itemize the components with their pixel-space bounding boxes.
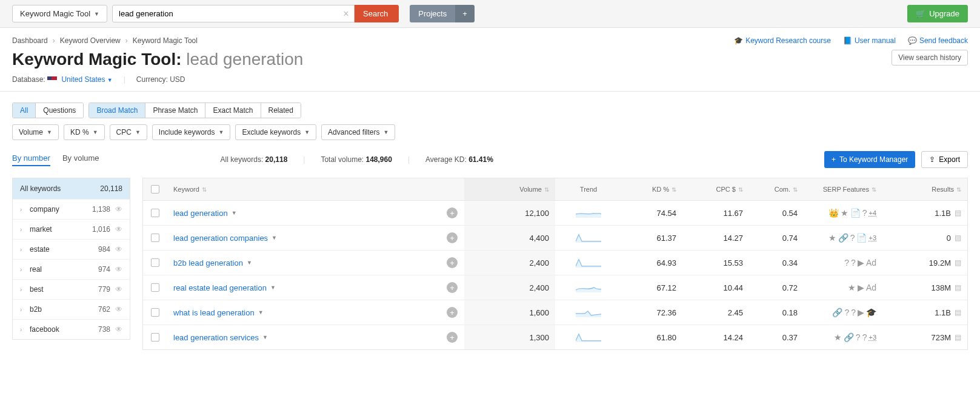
col-kd[interactable]: KD %⇅	[622, 178, 682, 200]
col-results[interactable]: Results⇅	[882, 178, 967, 200]
cpc-filter[interactable]: CPC▼	[110, 124, 147, 140]
col-cpc[interactable]: CPC $⇅	[682, 178, 749, 200]
keyword-research-course-link[interactable]: 🎓Keyword Research course	[734, 36, 831, 45]
sort-by-volume-tab[interactable]: By volume	[62, 153, 99, 166]
eye-icon[interactable]: 👁	[115, 265, 122, 274]
col-volume[interactable]: Volume⇅	[464, 178, 555, 200]
add-keyword-button[interactable]: +	[447, 282, 458, 293]
serp-feature-icon: ★	[828, 233, 836, 243]
keyword-link[interactable]: lead generation services ▼	[173, 333, 268, 342]
keyword-link[interactable]: b2b lead generation ▼	[173, 258, 252, 268]
row-checkbox[interactable]	[151, 333, 159, 342]
breadcrumb-item[interactable]: Keyword Overview	[60, 36, 121, 45]
help-links: 🎓Keyword Research course 📘User manual 💬S…	[734, 36, 968, 45]
export-button[interactable]: ⇪ Export	[921, 151, 968, 168]
to-keyword-manager-button[interactable]: + To Keyword Manager	[824, 151, 915, 168]
sidebar-group-item[interactable]: ›b2b762👁	[13, 299, 130, 319]
sidebar-group-item[interactable]: ›best779👁	[13, 279, 130, 299]
sidebar-group-item[interactable]: ›real974👁	[13, 259, 130, 279]
col-com[interactable]: Com.⇅	[749, 178, 804, 200]
serp-feature-icon: 🎓	[866, 308, 876, 317]
eye-icon[interactable]: 👁	[115, 225, 122, 234]
clear-search-icon[interactable]: ×	[340, 5, 352, 22]
volume-filter[interactable]: Volume▼	[12, 124, 59, 140]
add-keyword-button[interactable]: +	[447, 207, 458, 218]
projects-button[interactable]: Projects	[410, 5, 455, 22]
user-manual-link[interactable]: 📘User manual	[843, 36, 896, 45]
kd-cell: 74.54	[622, 201, 682, 225]
add-project-button[interactable]: +	[455, 5, 475, 22]
exclude-keywords-filter[interactable]: Exclude keywords▼	[235, 124, 316, 140]
eye-icon[interactable]: 👁	[115, 245, 122, 254]
chevron-down-icon: ▼	[258, 309, 264, 315]
search-button[interactable]: Search	[352, 5, 399, 22]
row-checkbox[interactable]	[151, 234, 159, 242]
row-checkbox[interactable]	[151, 283, 159, 292]
trend-sparkline	[576, 308, 601, 317]
tool-selector-dropdown[interactable]: Keyword Magic Tool ▼	[12, 5, 107, 22]
upgrade-button[interactable]: 🛒 Upgrade	[907, 5, 968, 22]
sidebar-group-item[interactable]: ›company1,138👁	[13, 199, 130, 219]
sidebar-all-keywords[interactable]: All keywords 20,118	[13, 178, 130, 199]
tab-phrase-match[interactable]: Phrase Match	[145, 103, 205, 118]
keyword-link[interactable]: lead generation ▼	[173, 209, 237, 218]
serp-snapshot-icon[interactable]: ▤	[955, 209, 961, 217]
add-keyword-button[interactable]: +	[447, 307, 458, 318]
results-cell: 138M▤	[882, 275, 967, 300]
breadcrumb-item[interactable]: Dashboard	[12, 36, 48, 45]
breadcrumb-item[interactable]: Keyword Magic Tool	[133, 36, 198, 45]
tab-questions[interactable]: Questions	[36, 103, 83, 118]
trend-cell	[555, 275, 622, 300]
serp-snapshot-icon[interactable]: ▤	[955, 258, 961, 267]
advanced-filters[interactable]: Advanced filters▼	[321, 124, 395, 140]
serp-more-link[interactable]: +4	[868, 209, 876, 217]
kd-filter[interactable]: KD %▼	[64, 124, 105, 140]
send-feedback-link[interactable]: 💬Send feedback	[908, 36, 968, 45]
group-count: 762	[86, 305, 110, 314]
eye-icon[interactable]: 👁	[115, 285, 122, 294]
add-keyword-button[interactable]: +	[447, 332, 458, 343]
database-value: United States	[61, 75, 105, 84]
eye-icon[interactable]: 👁	[115, 305, 122, 314]
view-search-history-button[interactable]: View search history	[892, 50, 968, 66]
select-all-checkbox[interactable]	[143, 178, 167, 200]
row-checkbox[interactable]	[151, 308, 159, 317]
serp-snapshot-icon[interactable]: ▤	[955, 308, 961, 317]
keyword-link[interactable]: what is lead generation ▼	[173, 308, 264, 317]
us-flag-icon	[47, 76, 57, 83]
tab-exact-match[interactable]: Exact Match	[205, 103, 261, 118]
sidebar-group-item[interactable]: ›facebook738👁	[13, 319, 130, 339]
row-checkbox[interactable]	[151, 258, 159, 267]
serp-snapshot-icon[interactable]: ▤	[955, 333, 961, 342]
chevron-down-icon: ▼	[232, 210, 237, 216]
col-trend: Trend	[555, 178, 622, 200]
eye-icon[interactable]: 👁	[115, 205, 122, 214]
volume-cell: 1,300	[464, 325, 555, 349]
meta-row: Database: United States ▼ | Currency: US…	[0, 74, 980, 91]
database-selector[interactable]: Database: United States ▼	[12, 75, 113, 84]
add-keyword-button[interactable]: +	[447, 232, 458, 243]
chevron-right-icon: ›	[53, 36, 55, 45]
results-cell: 723M▤	[882, 325, 967, 349]
serp-snapshot-icon[interactable]: ▤	[955, 234, 961, 242]
serp-snapshot-icon[interactable]: ▤	[955, 283, 961, 292]
serp-more-link[interactable]: +3	[868, 334, 876, 341]
add-keyword-button[interactable]: +	[447, 257, 458, 268]
keyword-link[interactable]: real estate lead generation ▼	[173, 283, 276, 292]
sidebar-group-item[interactable]: ›market1,016👁	[13, 219, 130, 239]
sort-by-number-tab[interactable]: By number	[12, 153, 50, 166]
group-name: real	[30, 265, 81, 274]
tab-all[interactable]: All	[13, 103, 36, 118]
tab-broad-match[interactable]: Broad Match	[89, 103, 145, 118]
eye-icon[interactable]: 👁	[115, 325, 122, 334]
sidebar-group-item[interactable]: ›estate984👁	[13, 239, 130, 259]
table-row: lead generation ▼+12,10074.5411.670.54👑★…	[143, 201, 967, 226]
serp-more-link[interactable]: +3	[868, 234, 876, 241]
tab-related[interactable]: Related	[261, 103, 301, 118]
include-keywords-filter[interactable]: Include keywords▼	[152, 124, 231, 140]
col-keyword[interactable]: Keyword⇅	[167, 178, 440, 200]
col-serp[interactable]: SERP Features⇅	[804, 178, 882, 200]
search-input[interactable]	[112, 5, 355, 22]
row-checkbox[interactable]	[151, 209, 159, 217]
keyword-link[interactable]: lead generation companies ▼	[173, 234, 277, 243]
